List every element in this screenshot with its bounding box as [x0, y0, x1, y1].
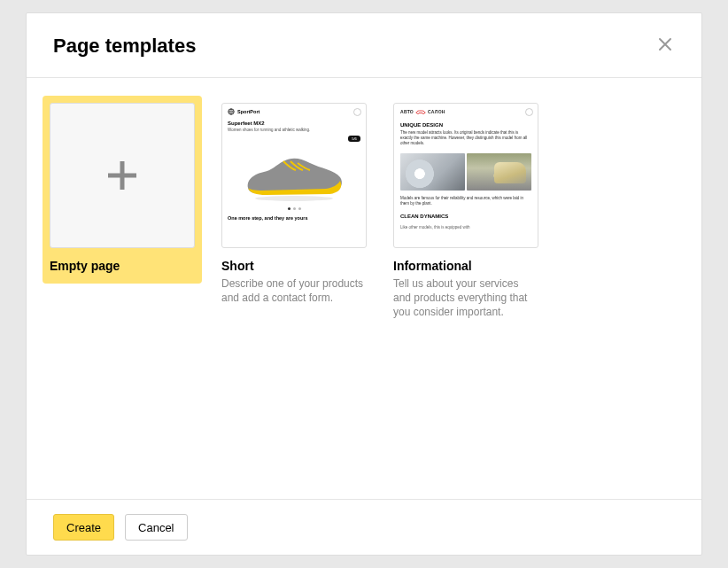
page-templates-modal: Page templates Empty page	[26, 12, 702, 556]
thumb-h2: CLEAN DYNAMICS	[400, 214, 531, 221]
globe-icon	[228, 108, 235, 115]
thumb-p1: The new model attracts looks. Its origin…	[400, 130, 531, 146]
template-card-empty[interactable]: Empty page	[43, 96, 202, 284]
template-thumb-informational: АВТО САЛОН UNIQUE DESIGN The new model a…	[393, 103, 538, 248]
thumb-sub: Women shoes for running and athletic wal…	[228, 128, 360, 132]
thumb-brand: АВТО САЛОН	[400, 109, 531, 115]
close-button[interactable]	[655, 35, 675, 54]
cancel-button[interactable]: Cancel	[125, 514, 187, 541]
shoe-icon	[241, 144, 347, 206]
template-thumb-short: SportPort Superfeet MX2 Women shoes for …	[221, 103, 367, 248]
thumb-counter: 5/6	[348, 136, 360, 142]
template-card-short[interactable]: SportPort Superfeet MX2 Women shoes for …	[214, 96, 374, 315]
template-title: Short	[221, 259, 367, 273]
modal-footer: Create Cancel	[27, 499, 701, 555]
thumb-cut: Like other models, this is equipped with	[400, 225, 531, 230]
template-title: Informational	[393, 259, 538, 273]
plus-icon	[101, 154, 143, 197]
thumb-brand: SportPort	[228, 108, 360, 115]
template-desc: Tell us about your services and products…	[393, 276, 538, 320]
modal-header: Page templates	[27, 13, 701, 78]
thumb-brand-right: САЛОН	[428, 109, 445, 115]
thumb-brand-left: АВТО	[400, 109, 414, 115]
template-thumb-empty	[50, 103, 195, 248]
template-title: Empty page	[50, 259, 195, 273]
thumb-edit-icon	[353, 108, 361, 116]
template-desc: Describe one of your products and add a …	[221, 276, 367, 305]
thumb-p2: Models are famous for their reliability …	[400, 196, 531, 206]
thumb-footer: One more step, and they are yours	[228, 215, 360, 221]
thumb-heading: Superfeet MX2	[228, 121, 360, 126]
svg-point-1	[255, 196, 333, 201]
thumb-image-car	[467, 153, 531, 191]
car-icon	[415, 109, 426, 114]
modal-title: Page templates	[53, 35, 196, 58]
template-card-informational[interactable]: АВТО САЛОН UNIQUE DESIGN The new model a…	[386, 96, 546, 331]
thumb-images	[400, 153, 531, 191]
thumb-pager	[228, 207, 360, 210]
thumb-image-headlight	[400, 153, 465, 191]
thumb-h1: UNIQUE DESIGN	[400, 122, 531, 129]
thumb-brand-text: SportPort	[237, 109, 259, 114]
create-button[interactable]: Create	[53, 514, 114, 541]
close-icon	[657, 36, 673, 52]
templates-grid: Empty page SportPort Superfeet MX2 Women…	[27, 78, 701, 499]
